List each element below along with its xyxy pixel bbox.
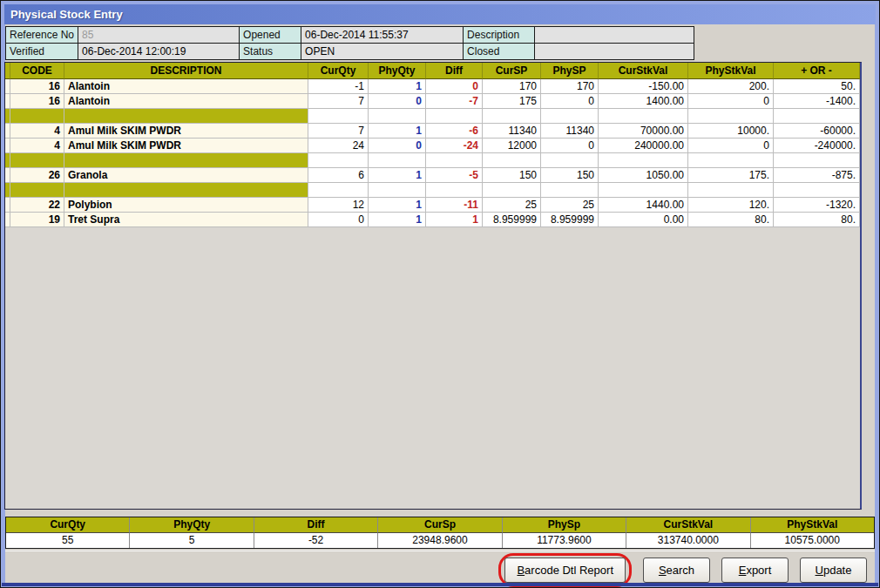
grid-cell-physp[interactable]: 0 xyxy=(541,94,599,109)
grid-cell-phyqty[interactable]: 0 xyxy=(369,139,426,153)
grid-cell-desc[interactable]: Polybion xyxy=(64,198,308,213)
grid-cell-cursp[interactable]: 25 xyxy=(483,198,541,213)
grid-cell-cursp[interactable]: 150 xyxy=(483,168,541,183)
title-bar[interactable]: Physical Stock Entry xyxy=(4,4,876,24)
grid-cell-phystkval[interactable]: 175. xyxy=(688,168,774,183)
grid-cell-plusminus xyxy=(774,109,860,124)
table-row[interactable]: 26Granola61-51501501050.00175.-875. xyxy=(5,168,860,183)
grid-cell-phystkval[interactable]: 80. xyxy=(688,213,774,227)
grid-cell-plusminus xyxy=(774,183,860,198)
grid-cell-phyqty[interactable]: 1 xyxy=(369,198,426,213)
grid-cell-diff[interactable]: -11 xyxy=(426,198,483,213)
grid-cell-curqty xyxy=(308,109,369,124)
table-row[interactable]: 4Amul Milk SKIM PWDR240-24120000240000.0… xyxy=(5,139,860,153)
grid-cell-phyqty[interactable]: 1 xyxy=(369,213,426,227)
grid-cell-curstkval[interactable]: 1400.00 xyxy=(599,94,688,109)
grid-cell-curqty xyxy=(308,153,369,168)
grid-cell-physp[interactable]: 0 xyxy=(541,139,599,153)
export-button[interactable]: Export xyxy=(721,558,789,583)
grid-cell-plusminus[interactable]: -1400. xyxy=(774,94,860,109)
grid-cell-phyqty xyxy=(369,183,426,198)
description-value[interactable] xyxy=(535,27,694,44)
grid-cell-curstkval[interactable]: 1050.00 xyxy=(599,168,688,183)
grid-cell-code[interactable]: 4 xyxy=(10,124,64,139)
grid-cell-desc xyxy=(64,109,308,124)
grid-cell-curqty[interactable]: 24 xyxy=(308,139,369,153)
grid-cell-curstkval[interactable]: 240000.00 xyxy=(599,139,688,153)
grid-cell-curqty[interactable]: 6 xyxy=(308,168,369,183)
grid-cell-diff[interactable]: -7 xyxy=(426,94,483,109)
barcode-dtl-report-button[interactable]: Barcode Dtl Report xyxy=(504,558,626,583)
grid-cell-plusminus[interactable]: 80. xyxy=(774,213,860,227)
grid-cell-plusminus[interactable]: -60000. xyxy=(774,124,860,139)
column-header-phystkval: PhyStkVal xyxy=(688,63,774,79)
table-row[interactable]: 16Alantoin-110170170-150.00200.50. xyxy=(5,79,860,94)
grid-cell-phyqty[interactable]: 1 xyxy=(369,124,426,139)
grid-cell-phystkval[interactable]: 120. xyxy=(688,198,774,213)
grid-cell-code[interactable]: 4 xyxy=(10,139,64,153)
grid-cell-cursp[interactable]: 11340 xyxy=(483,124,541,139)
grid-cell-desc[interactable]: Granola xyxy=(64,168,308,183)
table-row[interactable]: 19Tret Supra0118.9599998.9599990.0080.80… xyxy=(5,213,860,227)
grid-cell-diff[interactable]: -24 xyxy=(426,139,483,153)
grid-header-row: CODEDESCRIPTIONCurQtyPhyQtyDiffCurSPPhyS… xyxy=(5,63,860,79)
grid-cell-desc[interactable]: Alantoin xyxy=(64,79,308,94)
grid-cell-phyqty[interactable]: 1 xyxy=(369,168,426,183)
update-button[interactable]: Update xyxy=(800,558,867,583)
closed-value xyxy=(535,44,694,60)
grid-cell-curstkval[interactable]: -150.00 xyxy=(599,79,688,94)
grid-cell-curqty[interactable]: -1 xyxy=(308,79,369,94)
grid-cell-curqty[interactable]: 12 xyxy=(308,198,369,213)
grid-cell-diff[interactable]: 1 xyxy=(426,213,483,227)
grid-cell-desc[interactable]: Alantoin xyxy=(64,94,308,109)
grid-cell-phyqty[interactable]: 1 xyxy=(369,79,426,94)
grid-cell-curstkval[interactable]: 0.00 xyxy=(599,213,688,227)
grid-cell-curqty[interactable]: 0 xyxy=(308,213,369,227)
grid-cell-curqty[interactable]: 7 xyxy=(308,124,369,139)
grid-cell-plusminus[interactable]: -1320. xyxy=(774,198,860,213)
grid-cell-desc[interactable]: Amul Milk SKIM PWDR xyxy=(64,124,308,139)
grid-cell-curqty[interactable]: 7 xyxy=(308,94,369,109)
grid-cell-code[interactable]: 16 xyxy=(10,94,64,109)
grid-cell-curstkval[interactable]: 1440.00 xyxy=(599,198,688,213)
grid-cell-diff xyxy=(426,153,483,168)
grid-cell-code[interactable]: 26 xyxy=(10,168,64,183)
table-row[interactable]: 4Amul Milk SKIM PWDR71-6113401134070000.… xyxy=(5,124,860,139)
table-row[interactable]: 22Polybion121-1125251440.00120.-1320. xyxy=(5,198,860,213)
grid-cell-physp[interactable]: 11340 xyxy=(541,124,599,139)
grid-cell-code[interactable]: 22 xyxy=(10,198,64,213)
table-row[interactable]: 16Alantoin70-717501400.000-1400. xyxy=(5,94,860,109)
grid-cell-phystkval[interactable]: 200. xyxy=(688,79,774,94)
grid-cell-plusminus[interactable]: -875. xyxy=(774,168,860,183)
grid-cell-code[interactable]: 16 xyxy=(10,79,64,94)
grid-cell-cursp[interactable]: 8.959999 xyxy=(483,213,541,227)
grid-cell-phyqty[interactable]: 0 xyxy=(369,94,426,109)
grid-cell-physp[interactable]: 150 xyxy=(541,168,599,183)
grid-cell-plusminus[interactable]: -240000. xyxy=(774,139,860,153)
grid-cell-phystkval[interactable]: 0 xyxy=(688,139,774,153)
grid-cell-diff[interactable]: 0 xyxy=(426,79,483,94)
grid-cell-desc[interactable]: Amul Milk SKIM PWDR xyxy=(64,139,308,153)
window-title: Physical Stock Entry xyxy=(10,8,123,21)
grid-cell-cursp[interactable]: 175 xyxy=(483,94,541,109)
grid-cell-cursp[interactable]: 12000 xyxy=(483,139,541,153)
grid-cell-phystkval[interactable]: 0 xyxy=(688,94,774,109)
grid-cell-curqty xyxy=(308,183,369,198)
grid-cell-cursp[interactable]: 170 xyxy=(483,79,541,94)
grid-cell-cursp xyxy=(483,183,541,198)
grid-cell-physp[interactable]: 25 xyxy=(541,198,599,213)
grid-cell-desc[interactable]: Tret Supra xyxy=(64,213,308,227)
grid-cell-phystkval[interactable]: 10000. xyxy=(688,124,774,139)
grid-cell-diff[interactable]: -5 xyxy=(426,168,483,183)
grid-cell-physp[interactable]: 8.959999 xyxy=(541,213,599,227)
grid-cell-diff xyxy=(426,109,483,124)
search-button[interactable]: Search xyxy=(643,558,710,583)
grid-cell-physp[interactable]: 170 xyxy=(541,79,599,94)
grid-cell-plusminus[interactable]: 50. xyxy=(774,79,860,94)
grid-cell-code[interactable]: 19 xyxy=(10,213,64,227)
grid-cell-code xyxy=(10,183,64,198)
summary-header-diff: Diff xyxy=(254,517,378,533)
grid-cell-curstkval[interactable]: 70000.00 xyxy=(599,124,688,139)
summary-value-phyqty: 5 xyxy=(130,533,254,548)
grid-cell-diff[interactable]: -6 xyxy=(426,124,483,139)
